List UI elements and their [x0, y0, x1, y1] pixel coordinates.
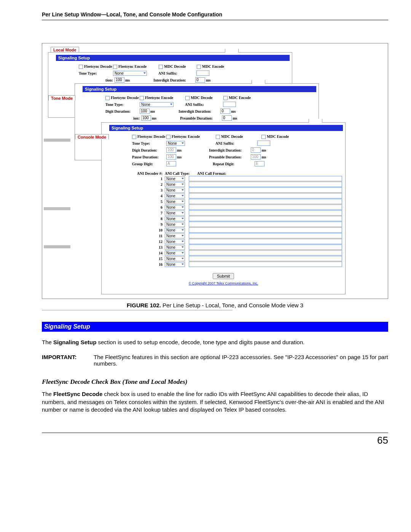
scrollbar-fragment-icon — [44, 207, 70, 210]
ani-call-format-input[interactable] — [189, 176, 342, 181]
preamble-duration-input[interactable]: 100 — [251, 154, 261, 160]
ani-decoder-number: 4 — [132, 194, 165, 198]
ion-input[interactable]: 100 — [141, 115, 151, 121]
fleetsync-decode-checkbox[interactable] — [132, 135, 136, 139]
ani-call-format-input[interactable] — [189, 256, 342, 261]
mdc-decode-checkbox[interactable] — [216, 135, 220, 139]
tone-type-select[interactable]: None — [113, 71, 147, 76]
ani-call-type-select[interactable]: None — [165, 211, 185, 216]
mdc-decode-checkbox[interactable] — [159, 65, 163, 69]
ani-call-type-select[interactable]: None — [165, 199, 185, 204]
ani-call-format-input[interactable] — [189, 210, 342, 216]
digit-duration-label: Digit Duration: — [105, 109, 140, 113]
ani-decoder-row: 11None — [132, 233, 342, 238]
digit-duration-input[interactable]: 100 — [115, 77, 124, 83]
repeat-digit-label: Repeat Digit: — [213, 162, 255, 166]
repeat-digit-input[interactable]: E — [255, 161, 264, 166]
ani-suffix-input[interactable] — [196, 70, 209, 76]
ani-call-type-select[interactable]: None — [165, 205, 185, 210]
ani-call-format-input[interactable] — [189, 227, 342, 233]
ani-call-type-select[interactable]: None — [165, 222, 185, 227]
mdc-encode-label: MDC Encode — [267, 134, 289, 139]
ms-label: ms — [177, 148, 182, 152]
preamble-duration-label: Preamble Duration: — [180, 116, 222, 120]
digit-duration-input[interactable]: 100 — [140, 109, 150, 114]
fleetsync-encode-label: Fleetsync Encode — [172, 134, 200, 139]
interdigit-duration-input[interactable]: 0 — [251, 147, 261, 153]
ani-decoder-row: 5None — [132, 199, 342, 204]
tab-console-mode[interactable]: Console Mode — [75, 134, 109, 139]
submit-button[interactable]: Submit — [213, 273, 234, 279]
ani-call-type-select[interactable]: None — [165, 193, 185, 198]
ani-decoder-row: 12None — [132, 239, 342, 244]
pause-duration-label: Pause Duration: — [132, 155, 166, 159]
ani-call-format-input[interactable] — [189, 233, 342, 238]
fleetsync-decode-checkbox[interactable] — [105, 96, 110, 100]
ani-call-type-select[interactable]: None — [165, 239, 185, 244]
mdc-encode-checkbox[interactable] — [223, 96, 228, 100]
ani-call-format-header: ANI Call Format: — [197, 171, 243, 176]
interdigit-duration-label: Interdigit Duration: — [209, 148, 251, 152]
pause-duration-input[interactable]: 100 — [166, 154, 176, 160]
ani-call-format-input[interactable] — [189, 250, 342, 256]
fleetsync-encode-label: Fleetsync Encode — [118, 64, 147, 69]
tab-notch-icon — [225, 49, 239, 53]
interdigit-duration-input[interactable]: 0 — [220, 109, 230, 114]
preamble-duration-input[interactable]: 0 — [222, 115, 232, 121]
ani-decoder-row: 9None — [132, 222, 342, 227]
tab-local-mode[interactable]: Local Mode — [51, 47, 79, 52]
ani-call-format-input[interactable] — [189, 222, 342, 227]
ani-call-type-select[interactable]: None — [165, 176, 185, 181]
ani-call-type-select[interactable]: None — [165, 188, 185, 193]
interdigit-duration-input[interactable]: 0 — [195, 77, 205, 83]
ani-call-type-select[interactable]: None — [165, 262, 185, 267]
ani-call-format-input[interactable] — [189, 193, 342, 198]
ani-call-type-select[interactable]: None — [165, 182, 185, 187]
caption-rule — [42, 310, 233, 310]
fleetsync-decode-label: Fleetsync Decode — [137, 134, 166, 139]
fleetsync-encode-checkbox[interactable] — [166, 135, 170, 139]
intro-paragraph: The Signaling Setup section is used to s… — [42, 339, 388, 346]
fleetsync-encode-checkbox[interactable] — [140, 96, 144, 100]
ani-call-format-input[interactable] — [189, 239, 342, 244]
ani-call-format-input[interactable] — [189, 216, 342, 221]
ani-decoder-number: 6 — [132, 205, 165, 209]
ani-suffix-input[interactable] — [257, 141, 270, 146]
mdc-decode-checkbox[interactable] — [185, 96, 190, 100]
ms-label: ms — [150, 109, 155, 113]
ani-call-type-select[interactable]: None — [165, 216, 185, 221]
fleetsync-decode-checkbox[interactable] — [79, 65, 83, 69]
ani-decoder-row: 16None — [132, 262, 342, 267]
scrollbar-fragment-icon — [44, 139, 70, 142]
scrollbar-fragment-icon — [44, 245, 70, 248]
group-digit-input[interactable]: A — [166, 161, 176, 166]
ani-call-format-input[interactable] — [189, 244, 342, 250]
ani-call-format-input[interactable] — [189, 182, 342, 187]
ani-decoder-number: 14 — [132, 251, 165, 255]
signaling-setup-header: Signaling Setup — [83, 86, 316, 92]
ani-call-type-select[interactable]: None — [165, 233, 185, 238]
digit-duration-partial-label: tion: — [79, 78, 115, 82]
ani-call-type-select[interactable]: None — [165, 256, 185, 261]
tab-tone-mode[interactable]: Tone Mode — [48, 95, 75, 101]
ms-label-4: ms — [261, 155, 266, 159]
mdc-encode-checkbox[interactable] — [197, 65, 201, 69]
ani-decoder-number: 11 — [132, 234, 165, 238]
ani-call-format-input[interactable] — [189, 204, 342, 210]
tone-type-select[interactable]: None — [140, 102, 174, 107]
tone-type-label: Tone Type: — [79, 71, 113, 75]
ani-suffix-input[interactable] — [223, 102, 236, 107]
ani-call-type-select[interactable]: None — [165, 228, 185, 233]
copyright-link[interactable]: © Copyright 2007 Telex Communications, I… — [102, 281, 345, 285]
digit-duration-input[interactable]: 100 — [166, 147, 176, 153]
ani-call-format-input[interactable] — [189, 199, 342, 204]
ani-call-format-input[interactable] — [189, 187, 342, 193]
ani-decoder-number: 2 — [132, 182, 165, 187]
group-digit-label: Group Digit: — [132, 162, 166, 166]
mdc-encode-checkbox[interactable] — [261, 135, 266, 139]
ani-call-type-select[interactable]: None — [165, 251, 185, 256]
ani-call-format-input[interactable] — [189, 262, 342, 267]
ani-call-type-select[interactable]: None — [165, 245, 185, 250]
fleetsync-encode-checkbox[interactable] — [113, 65, 117, 69]
tone-type-select[interactable]: None — [166, 141, 185, 146]
